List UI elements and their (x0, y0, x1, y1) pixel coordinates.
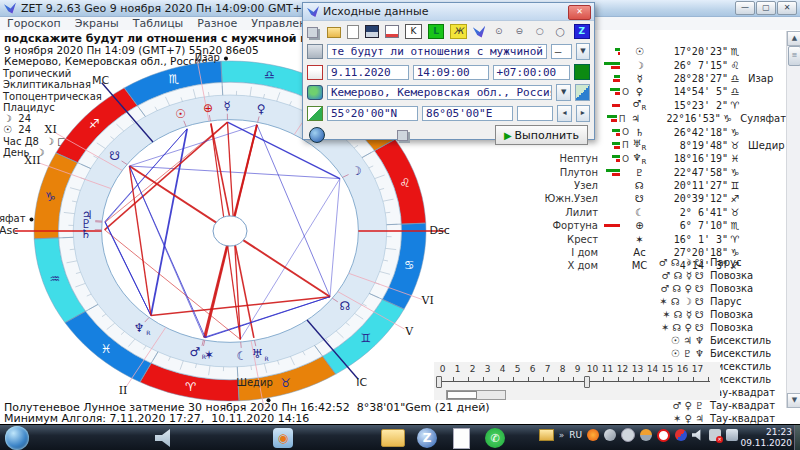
window-controls: — ▢ ✕ (735, 1, 797, 15)
k-mode-icon[interactable]: K (405, 24, 422, 39)
tray-blocked-icon[interactable]: ✕ (709, 429, 721, 441)
svg-text:II: II (119, 384, 128, 397)
world-icon[interactable] (309, 127, 325, 143)
save-icon[interactable] (365, 25, 379, 38)
taskbar-whatsapp-icon[interactable]: ✆ (482, 427, 508, 449)
svg-text:⊕: ⊕ (203, 101, 213, 115)
svg-text:VI: VI (420, 294, 433, 307)
z-icon[interactable]: Z (574, 24, 591, 39)
current-time-button[interactable] (574, 64, 590, 80)
svg-text:♑: ♑ (45, 190, 56, 204)
scrollbar-thumb[interactable]: ≡ (788, 46, 800, 66)
svg-text:R: R (264, 355, 268, 362)
ruler-thumb[interactable] (584, 376, 590, 388)
taskbar-volume-icon[interactable] (152, 427, 178, 449)
dialog-close-button[interactable]: ✕ (568, 5, 591, 20)
svg-text:☊: ☊ (339, 299, 350, 313)
taskbar-mediaplayer-icon[interactable]: ◉ (270, 427, 296, 449)
configuration-row: ♂ ☊ ♀ ☋Повозка (636, 282, 796, 295)
taskbar-document-icon[interactable] (448, 427, 474, 449)
taskbar-explorer-icon[interactable] (380, 427, 406, 449)
taskbar-zet-icon[interactable]: Z (414, 427, 440, 449)
small-circle-icon[interactable]: ○ (532, 25, 547, 38)
right-panel-scrollbar[interactable]: ▲ ≡ ▼ (786, 31, 800, 408)
tray-app-icon-4[interactable] (675, 429, 687, 441)
prev-arrow-button[interactable]: ◂ (557, 105, 571, 122)
atlas-icon[interactable] (575, 84, 590, 101)
zh-mode-icon[interactable]: Ж (450, 24, 467, 39)
ruler-mini-scrollbar-thumb[interactable] (447, 391, 477, 399)
minimize-button[interactable]: — (735, 1, 755, 15)
svg-text:♎: ♎ (264, 68, 275, 82)
zet-application-window: ZET 9.2.63 Geo 9 ноября 2020 Пн 14:09:00… (0, 0, 800, 450)
system-tray: » RU ✕ (539, 428, 738, 442)
place-input[interactable]: Кемерово, Кемеровская обл., Россия (327, 85, 552, 100)
tray-app-icon-3[interactable] (640, 429, 652, 441)
coordinates-icon[interactable] (307, 106, 323, 121)
tray-expand-icon[interactable]: » (559, 430, 565, 440)
dialog-title-bar: Исходные данные (303, 3, 594, 21)
start-button[interactable] (5, 426, 29, 450)
svg-text:V: V (404, 325, 414, 338)
copy-icon[interactable] (307, 27, 318, 38)
svg-text:♋: ♋ (404, 258, 415, 272)
svg-text:♊: ♊ (360, 331, 371, 345)
ruler-thumb-left[interactable] (436, 376, 442, 388)
configuration-row: ♂ ☊ ☽ ☋Парус (636, 256, 796, 269)
time-input[interactable]: 14:09:00 (413, 65, 489, 80)
copy-data-icon[interactable] (397, 130, 408, 141)
configuration-row: ✶ ☊ ☿ ☋Повозка (636, 308, 796, 321)
scroll-up-button[interactable]: ▲ (787, 31, 800, 46)
svg-text:✶: ✶ (204, 348, 214, 362)
tray-folder-icon[interactable] (539, 429, 554, 441)
timezone-input[interactable]: +07:00:00 (493, 65, 571, 80)
svg-text:♆: ♆ (134, 321, 145, 335)
svg-text:♅: ♅ (252, 347, 263, 361)
taskbar: ◉ Z ✆ » RU ✕ 21:23 09.11.2020 (0, 424, 800, 450)
event-combo-value[interactable]: — (551, 44, 572, 59)
strike-icon[interactable]: ⊖ (512, 25, 527, 38)
open-database-icon[interactable] (327, 27, 342, 38)
tray-network-icon[interactable] (726, 429, 738, 441)
svg-text:Dsc: Dsc (430, 224, 450, 237)
event-combo-arrow-icon[interactable]: ▼ (576, 43, 590, 60)
svg-text:XII: XII (24, 154, 41, 167)
svg-text:♒: ♒ (50, 272, 61, 286)
svg-text:♂: ♂ (189, 345, 200, 359)
orb-icon[interactable]: ⊙ (491, 25, 506, 38)
place-globe-icon[interactable] (307, 85, 323, 100)
calendar-icon[interactable] (307, 65, 323, 80)
zet-logo-icon (4, 3, 16, 14)
tray-app-icon-2[interactable] (621, 428, 635, 442)
show-desktop-button[interactable] (794, 425, 800, 450)
ruler-mini-scrollbar[interactable] (446, 390, 506, 400)
zet-bird-icon[interactable] (473, 26, 486, 38)
execute-button[interactable]: ▶ Выполнить (495, 125, 588, 145)
language-indicator[interactable]: RU (569, 430, 582, 440)
tray-opera-icon[interactable] (657, 429, 670, 442)
planet-row: Крест✶16° 1' 3"♈ (528, 232, 786, 245)
tray-app-icon-1[interactable] (604, 429, 616, 441)
event-title-input[interactable]: те будут ли отношения с мужчиной в 2021? (327, 44, 547, 59)
l-mode-icon[interactable]: L (428, 24, 445, 39)
tray-antivirus-icon[interactable] (587, 429, 599, 441)
table-icon[interactable] (385, 25, 400, 38)
next-arrow-button[interactable]: ▸ (576, 105, 590, 122)
svg-text:Шедир: Шедир (236, 377, 273, 388)
ruler-line (438, 381, 710, 382)
longitude-input[interactable]: 86°05'00"E (422, 106, 513, 121)
large-circle-icon[interactable]: ○ (553, 25, 568, 38)
planet-row: Фортуна⊕ 6° 7'10"♏ (528, 219, 786, 232)
tray-volume-icon[interactable] (692, 429, 704, 441)
close-button[interactable]: ✕ (777, 1, 797, 15)
place-combo-arrow-icon[interactable]: ▼ (556, 84, 571, 101)
scroll-down-button[interactable]: ▼ (787, 393, 800, 408)
maximize-button[interactable]: ▢ (756, 1, 776, 15)
new-record-icon[interactable] (347, 25, 359, 39)
event-list-icon[interactable] (307, 44, 323, 59)
taskbar-clock[interactable]: 21:23 09.11.2020 (740, 427, 792, 449)
latitude-input[interactable]: 55°20'00"N (327, 106, 418, 121)
configuration-row: ♂ ♀ ♇Тау-квадрат (636, 399, 796, 412)
date-input[interactable]: 9.11.2020 (327, 65, 409, 80)
altitude-input[interactable] (517, 106, 553, 121)
